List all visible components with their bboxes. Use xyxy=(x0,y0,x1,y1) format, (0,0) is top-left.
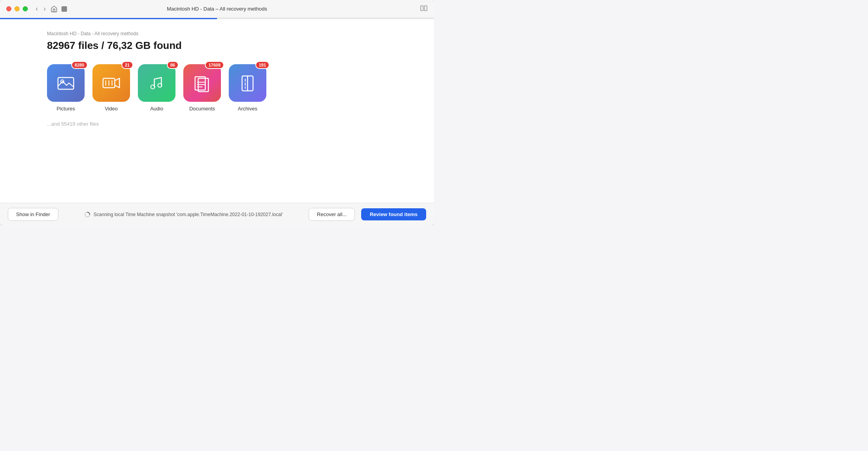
svg-rect-0 xyxy=(421,5,423,11)
recover-all-button[interactable]: Recover all... xyxy=(309,208,355,221)
documents-badge: 17608 xyxy=(205,61,224,69)
pictures-label: Pictures xyxy=(57,106,75,112)
titlebar: ‹ › Macintosh HD - Data – All recovery m… xyxy=(0,0,434,18)
category-icon-wrapper-archives: 191 xyxy=(229,64,266,102)
maximize-button[interactable] xyxy=(23,6,28,11)
book-icon[interactable] xyxy=(420,5,428,13)
category-icon-wrapper-audio: 86 xyxy=(138,64,175,102)
close-button[interactable] xyxy=(6,6,11,11)
window-title: Macintosh HD - Data – All recovery metho… xyxy=(167,6,267,12)
category-icon-wrapper-video: 21 xyxy=(92,64,130,102)
category-archives[interactable]: 191 Archives xyxy=(229,64,266,112)
review-found-button[interactable]: Review found items xyxy=(361,208,426,220)
category-audio[interactable]: 86 Audio xyxy=(138,64,175,112)
app-window: ‹ › Macintosh HD - Data – All recovery m… xyxy=(0,0,434,226)
video-label: Video xyxy=(105,106,118,112)
pictures-icon-bg xyxy=(47,64,85,102)
svg-rect-1 xyxy=(425,5,427,11)
archives-icon-bg xyxy=(229,64,266,102)
archives-label: Archives xyxy=(238,106,257,112)
traffic-lights xyxy=(6,6,28,11)
audio-badge: 86 xyxy=(167,61,179,69)
minimize-button[interactable] xyxy=(14,6,20,11)
scanning-status: Scanning local Time Machine snapshot 'co… xyxy=(65,211,302,218)
category-documents[interactable]: 17608 Documents xyxy=(183,64,221,112)
file-categories: 8280 Pictures 21 xyxy=(47,64,387,112)
main-content: Macintosh HD - Data - All recovery metho… xyxy=(0,19,434,203)
other-files-text: ...and 55419 other files xyxy=(47,121,387,127)
stop-button[interactable] xyxy=(61,6,67,12)
forward-button[interactable]: › xyxy=(42,4,47,14)
documents-icon-bg xyxy=(183,64,221,102)
category-icon-wrapper-pictures: 8280 xyxy=(47,64,85,102)
audio-icon-bg xyxy=(138,64,175,102)
summary-title: 82967 files / 76,32 GB found xyxy=(47,40,387,52)
category-icon-wrapper-documents: 17608 xyxy=(183,64,221,102)
video-icon-bg xyxy=(92,64,130,102)
breadcrumb: Macintosh HD - Data - All recovery metho… xyxy=(47,31,387,36)
scanning-text: Scanning local Time Machine snapshot 'co… xyxy=(94,212,283,217)
category-pictures[interactable]: 8280 Pictures xyxy=(47,64,85,112)
pictures-badge: 8280 xyxy=(71,61,88,69)
video-badge: 21 xyxy=(121,61,133,69)
category-video[interactable]: 21 Video xyxy=(92,64,130,112)
show-in-finder-button[interactable]: Show in Finder xyxy=(8,208,58,221)
back-button[interactable]: ‹ xyxy=(34,4,40,14)
nav-buttons: ‹ › xyxy=(34,4,47,14)
archives-badge: 191 xyxy=(255,61,269,69)
spinner-icon xyxy=(84,211,90,218)
audio-label: Audio xyxy=(150,106,163,112)
documents-label: Documents xyxy=(189,106,215,112)
home-button[interactable] xyxy=(51,5,58,13)
bottom-bar: Show in Finder Scanning local Time Machi… xyxy=(0,203,434,226)
